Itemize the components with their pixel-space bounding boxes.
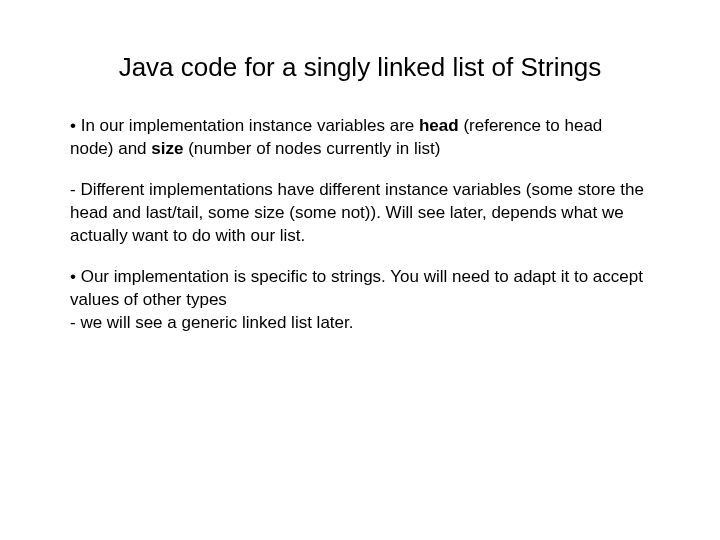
slide-body: • In our implementation instance variabl… [70, 115, 650, 335]
bullet-3: • Our implementation is specific to stri… [70, 266, 650, 335]
slide-title: Java code for a singly linked list of St… [70, 52, 650, 83]
text-run: - we will see a generic linked list late… [70, 313, 353, 332]
bullet-2: - Different implementations have differe… [70, 179, 650, 248]
bullet-1: • In our implementation instance variabl… [70, 115, 650, 161]
bold-size: size [151, 139, 183, 158]
text-run: (number of nodes currently in list) [183, 139, 440, 158]
text-run: • Our implementation is specific to stri… [70, 267, 643, 309]
bold-head: head [419, 116, 459, 135]
text-run: • In our implementation instance variabl… [70, 116, 419, 135]
